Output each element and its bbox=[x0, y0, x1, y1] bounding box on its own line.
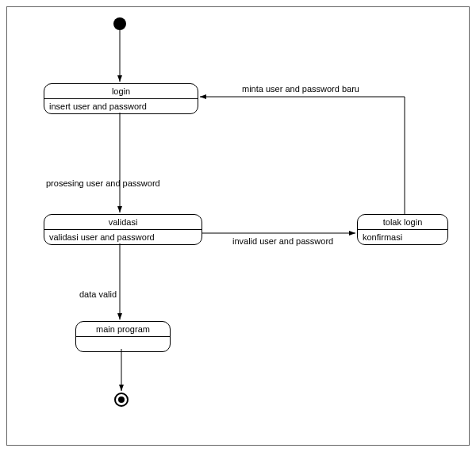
final-node-icon bbox=[114, 393, 129, 407]
edge-label-validasi-main: data valid bbox=[79, 289, 117, 299]
edge-label-tolak-login: minta user and password baru bbox=[242, 84, 359, 94]
node-login-sub: insert user and password bbox=[44, 99, 198, 113]
node-main: main program bbox=[75, 321, 171, 352]
node-main-title: main program bbox=[76, 322, 170, 337]
edge-label-validasi-tolak: invalid user and password bbox=[232, 236, 333, 246]
node-tolak-title: tolak login bbox=[358, 215, 447, 230]
edge-label-login-validasi: prosesing user and password bbox=[46, 178, 160, 188]
node-login: login insert user and password bbox=[44, 83, 198, 114]
node-tolak-sub: konfirmasi bbox=[358, 230, 447, 244]
node-validasi-sub: validasi user and password bbox=[44, 230, 202, 244]
initial-node-icon bbox=[113, 17, 126, 30]
node-validasi: validasi validasi user and password bbox=[44, 214, 202, 245]
node-validasi-title: validasi bbox=[44, 215, 202, 230]
node-login-title: login bbox=[44, 84, 198, 99]
node-tolak: tolak login konfirmasi bbox=[357, 214, 448, 245]
node-main-sub bbox=[76, 337, 170, 351]
